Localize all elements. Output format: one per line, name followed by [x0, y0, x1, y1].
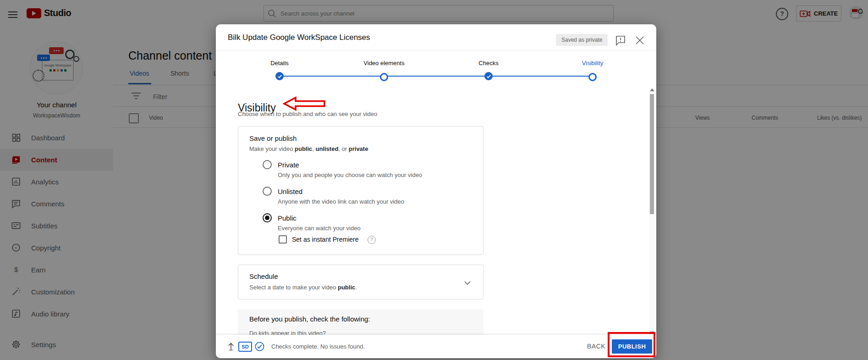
chevron-down-icon[interactable] [462, 277, 473, 288]
scroll-up-arrow-icon[interactable] [650, 89, 654, 91]
schedule-card[interactable]: Schedule Select a date to make your vide… [238, 265, 483, 299]
feedback-icon[interactable] [615, 35, 626, 46]
step-label-visibility[interactable]: Visibility [582, 60, 604, 66]
schedule-desc: Select a date to make your video public. [249, 284, 357, 291]
save-or-publish-title: Save or publish [249, 134, 297, 142]
save-or-publish-desc: Make your video public, unlisted, or pri… [249, 145, 368, 152]
dialog-footer: SD Checks complete. No issues found. BAC… [216, 335, 656, 358]
save-or-publish-card: Save or publish Make your video public, … [238, 126, 483, 255]
close-icon[interactable] [634, 35, 645, 46]
scroll-down-arrow-icon[interactable] [650, 332, 654, 334]
visibility-subtitle: Choose when to publish and who can see y… [238, 111, 377, 117]
step-label-checks[interactable]: Checks [478, 60, 498, 66]
step-check-icon [277, 74, 282, 79]
checks-complete-icon [254, 341, 265, 352]
radio-unlisted-label[interactable]: Unlisted [278, 188, 302, 195]
scrollbar-thumb[interactable] [650, 94, 654, 214]
sd-quality-badge: SD [238, 342, 252, 352]
header-divider [216, 50, 656, 50]
step-label-details[interactable]: Details [270, 60, 289, 66]
radio-public-label[interactable]: Public [278, 214, 297, 222]
checks-status-text: Checks complete. No issues found. [271, 343, 365, 350]
radio-unlisted-description: Anyone with the video link can watch you… [278, 198, 404, 205]
radio-private-label[interactable]: Private [278, 161, 299, 169]
radio-unlisted[interactable] [263, 187, 272, 196]
radio-private[interactable] [263, 160, 272, 169]
step-dot-video-elements[interactable] [380, 73, 388, 81]
instant-premiere-checkbox[interactable] [279, 235, 287, 244]
schedule-title: Schedule [249, 272, 278, 280]
radio-private-description: Only you and people you choose can watch… [278, 172, 422, 178]
checklist-heading: Before you publish, check the following: [249, 315, 370, 323]
stepper-line [280, 76, 593, 77]
youtube-studio-app: Studio ? CREATE Google Workspace [0, 0, 868, 360]
publish-button[interactable]: PUBLISH [612, 339, 652, 354]
modal-scrollbar[interactable] [649, 88, 654, 335]
step-dot-visibility[interactable] [588, 73, 597, 81]
step-dot-details[interactable] [275, 72, 284, 80]
upload-icon [226, 341, 236, 351]
annotation-arrow [283, 96, 326, 111]
dialog-title: Bilk Update Google WorkSpace Licenses [228, 33, 370, 42]
premiere-help-icon[interactable]: ? [368, 236, 376, 244]
step-check-icon [486, 74, 491, 79]
publish-dialog: Bilk Update Google WorkSpace Licenses Sa… [216, 24, 656, 358]
step-label-video-elements[interactable]: Video elements [363, 60, 404, 66]
radio-public[interactable] [263, 213, 272, 222]
back-button[interactable]: BACK [587, 343, 605, 350]
saved-status-badge: Saved as private [556, 34, 608, 46]
radio-public-description: Everyone can watch your video [278, 225, 361, 232]
step-dot-checks[interactable] [484, 72, 493, 80]
instant-premiere-label[interactable]: Set as instant Premiere [292, 236, 359, 243]
